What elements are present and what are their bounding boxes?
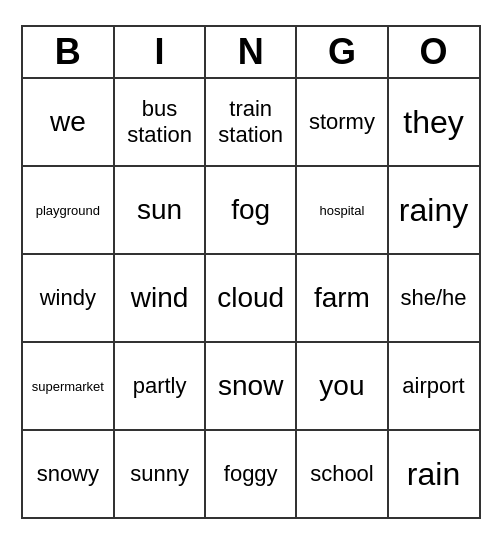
cell-text: playground xyxy=(36,203,100,218)
bingo-cell-r1-c4: rainy xyxy=(388,166,480,254)
header-cell-o: O xyxy=(388,26,480,78)
table-row: supermarketpartlysnowyouairport xyxy=(22,342,480,430)
cell-text: she/he xyxy=(400,285,466,310)
bingo-cell-r0-c2: train station xyxy=(205,78,296,166)
cell-text: snow xyxy=(218,370,283,401)
bingo-table: BINGO webus stationtrain stationstormyth… xyxy=(21,25,481,519)
bingo-cell-r0-c0: we xyxy=(22,78,115,166)
cell-text: wind xyxy=(131,282,189,313)
bingo-cell-r1-c0: playground xyxy=(22,166,115,254)
bingo-cell-r4-c2: foggy xyxy=(205,430,296,518)
cell-text: hospital xyxy=(320,203,365,218)
header-cell-b: B xyxy=(22,26,115,78)
cell-text: sun xyxy=(137,194,182,225)
cell-text: bus station xyxy=(127,96,192,147)
bingo-cell-r2-c0: windy xyxy=(22,254,115,342)
bingo-cell-r2-c3: farm xyxy=(296,254,387,342)
bingo-cell-r3-c3: you xyxy=(296,342,387,430)
cell-text: stormy xyxy=(309,109,375,134)
bingo-cell-r0-c4: they xyxy=(388,78,480,166)
cell-text: you xyxy=(319,370,364,401)
table-row: webus stationtrain stationstormythey xyxy=(22,78,480,166)
cell-text: snowy xyxy=(37,461,99,486)
bingo-cell-r3-c2: snow xyxy=(205,342,296,430)
bingo-cell-r4-c3: school xyxy=(296,430,387,518)
table-row: playgroundsunfoghospitalrainy xyxy=(22,166,480,254)
bingo-cell-r4-c0: snowy xyxy=(22,430,115,518)
bingo-cell-r1-c2: fog xyxy=(205,166,296,254)
bingo-cell-r1-c3: hospital xyxy=(296,166,387,254)
table-row: windywindcloudfarmshe/he xyxy=(22,254,480,342)
cell-text: windy xyxy=(40,285,96,310)
cell-text: school xyxy=(310,461,374,486)
bingo-cell-r2-c2: cloud xyxy=(205,254,296,342)
cell-text: partly xyxy=(133,373,187,398)
table-row: snowysunnyfoggyschoolrain xyxy=(22,430,480,518)
cell-text: fog xyxy=(231,194,270,225)
bingo-cell-r4-c4: rain xyxy=(388,430,480,518)
bingo-cell-r3-c4: airport xyxy=(388,342,480,430)
bingo-cell-r0-c3: stormy xyxy=(296,78,387,166)
cell-text: foggy xyxy=(224,461,278,486)
cell-text: sunny xyxy=(130,461,189,486)
cell-text: supermarket xyxy=(32,379,104,394)
cell-text: cloud xyxy=(217,282,284,313)
cell-text: rainy xyxy=(399,192,468,228)
bingo-card: BINGO webus stationtrain stationstormyth… xyxy=(11,15,491,529)
header-cell-n: N xyxy=(205,26,296,78)
bingo-cell-r4-c1: sunny xyxy=(114,430,205,518)
bingo-cell-r3-c1: partly xyxy=(114,342,205,430)
bingo-cell-r3-c0: supermarket xyxy=(22,342,115,430)
header-cell-g: G xyxy=(296,26,387,78)
cell-text: we xyxy=(50,106,86,137)
cell-text: they xyxy=(403,104,463,140)
cell-text: rain xyxy=(407,456,460,492)
header-cell-i: I xyxy=(114,26,205,78)
cell-text: farm xyxy=(314,282,370,313)
cell-text: airport xyxy=(402,373,464,398)
bingo-cell-r0-c1: bus station xyxy=(114,78,205,166)
cell-text: train station xyxy=(218,96,283,147)
bingo-cell-r2-c1: wind xyxy=(114,254,205,342)
bingo-cell-r2-c4: she/he xyxy=(388,254,480,342)
bingo-cell-r1-c1: sun xyxy=(114,166,205,254)
